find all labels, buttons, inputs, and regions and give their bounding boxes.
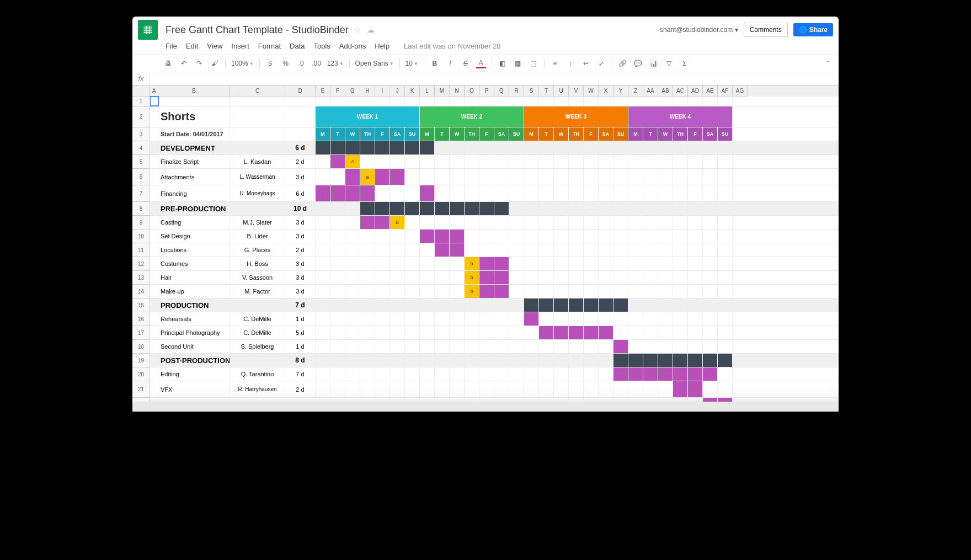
gantt-cell[interactable]: [554, 326, 569, 339]
gantt-cell[interactable]: [584, 141, 599, 154]
gantt-cell[interactable]: [524, 185, 539, 201]
gantt-cell[interactable]: [390, 312, 405, 326]
task-owner[interactable]: [230, 298, 285, 312]
gantt-cell[interactable]: [345, 367, 360, 381]
row-header-16[interactable]: 16: [132, 312, 150, 326]
gantt-cell[interactable]: [599, 169, 613, 185]
gantt-cell[interactable]: [584, 185, 599, 201]
gantt-cell[interactable]: [465, 243, 479, 257]
gantt-cell[interactable]: [450, 97, 465, 106]
task-name[interactable]: Set Design: [158, 230, 230, 243]
gantt-cell[interactable]: [658, 216, 673, 229]
row-header-13[interactable]: 13: [132, 271, 150, 285]
gantt-cell[interactable]: [628, 340, 643, 353]
gantt-cell[interactable]: [450, 298, 465, 312]
gantt-cell[interactable]: [405, 216, 420, 229]
gantt-cell[interactable]: [435, 298, 450, 312]
gantt-cell[interactable]: [405, 185, 420, 201]
gantt-cell[interactable]: [524, 243, 539, 257]
gantt-cell[interactable]: [703, 340, 718, 353]
gantt-cell[interactable]: [509, 312, 524, 326]
menu-file[interactable]: File: [166, 42, 177, 50]
gantt-cell[interactable]: [554, 155, 569, 168]
gantt-cell[interactable]: [450, 230, 465, 243]
gantt-cell[interactable]: [569, 367, 584, 381]
gantt-cell[interactable]: [673, 354, 688, 367]
gantt-cell[interactable]: [345, 326, 360, 339]
document-title[interactable]: Free Gantt Chart Template - StudioBinder: [166, 24, 349, 36]
gantt-cell[interactable]: [390, 169, 405, 185]
zoom-dropdown[interactable]: 100%▼: [231, 60, 254, 67]
gantt-cell[interactable]: [718, 367, 733, 381]
gantt-cell[interactable]: [405, 243, 420, 257]
gantt-cell[interactable]: [718, 169, 733, 185]
task-owner[interactable]: U. Moneybags: [230, 185, 285, 201]
gantt-cell[interactable]: [494, 243, 509, 257]
gantt-cell[interactable]: [703, 243, 718, 257]
number-format-dropdown[interactable]: 123▼: [327, 60, 344, 67]
grid-body[interactable]: Shorts WEEK 1WEEK 2WEEK 3WEEK 4 Start Da…: [150, 97, 839, 412]
gantt-cell[interactable]: [599, 243, 613, 257]
gantt-cell[interactable]: [360, 97, 375, 106]
gantt-cell[interactable]: [420, 354, 435, 367]
gantt-cell[interactable]: [643, 340, 658, 353]
gantt-cell[interactable]: [673, 169, 688, 185]
gantt-cell[interactable]: [509, 326, 524, 339]
gantt-cell[interactable]: [479, 354, 494, 367]
gantt-cell[interactable]: [420, 169, 435, 185]
gantt-cell[interactable]: [688, 326, 703, 339]
gantt-cell[interactable]: [658, 185, 673, 201]
gantt-cell[interactable]: [584, 398, 599, 411]
gantt-cell[interactable]: [524, 340, 539, 353]
gantt-cell[interactable]: [599, 202, 613, 215]
gantt-cell[interactable]: [330, 367, 345, 381]
row-header-3[interactable]: 3: [132, 127, 150, 141]
gantt-cell[interactable]: [316, 298, 330, 312]
gantt-cell[interactable]: [420, 216, 435, 229]
gantt-cell[interactable]: [435, 155, 450, 168]
gantt-cell[interactable]: [703, 169, 718, 185]
gantt-cell[interactable]: [360, 243, 375, 257]
gantt-cell[interactable]: [658, 169, 673, 185]
gantt-cell[interactable]: [479, 230, 494, 243]
row-header-1[interactable]: 1: [132, 97, 150, 106]
gantt-cell[interactable]: [628, 230, 643, 243]
gantt-cell[interactable]: [524, 257, 539, 270]
font-size-dropdown[interactable]: 10▼: [406, 60, 418, 67]
collapse-toolbar-icon[interactable]: ⌃: [823, 58, 833, 68]
gantt-cell[interactable]: [345, 340, 360, 353]
row-header-21[interactable]: 21: [132, 381, 150, 398]
task-duration[interactable]: 2 d: [285, 243, 316, 257]
gantt-cell[interactable]: [613, 326, 628, 339]
gantt-cell[interactable]: [375, 216, 390, 229]
gantt-cell[interactable]: [494, 202, 509, 215]
gantt-cell[interactable]: [479, 340, 494, 353]
gantt-cell[interactable]: [360, 155, 375, 168]
gantt-cell[interactable]: [420, 243, 435, 257]
gantt-cell[interactable]: [509, 230, 524, 243]
gantt-cell[interactable]: [539, 216, 554, 229]
gantt-cell[interactable]: [539, 298, 554, 312]
gantt-cell[interactable]: [360, 202, 375, 215]
gantt-cell[interactable]: [718, 141, 733, 154]
gantt-cell[interactable]: [509, 340, 524, 353]
gantt-cell[interactable]: [613, 381, 628, 397]
gantt-cell[interactable]: [643, 97, 658, 106]
gantt-cell[interactable]: [465, 312, 479, 326]
sheets-logo-icon[interactable]: [138, 20, 158, 40]
gantt-cell[interactable]: [599, 230, 613, 243]
gantt-cell[interactable]: [643, 354, 658, 367]
gantt-cell[interactable]: [539, 367, 554, 381]
gantt-cell[interactable]: [450, 216, 465, 229]
gantt-cell[interactable]: [703, 216, 718, 229]
gantt-cell[interactable]: [390, 257, 405, 270]
gantt-cell[interactable]: [435, 169, 450, 185]
gantt-cell[interactable]: [420, 298, 435, 312]
col-header-N[interactable]: N: [450, 86, 465, 97]
gantt-cell[interactable]: b: [465, 285, 479, 298]
col-header-O[interactable]: O: [465, 86, 479, 97]
gantt-cell[interactable]: [405, 340, 420, 353]
gantt-cell[interactable]: [673, 185, 688, 201]
gantt-cell[interactable]: [584, 169, 599, 185]
gantt-cell[interactable]: [494, 398, 509, 411]
